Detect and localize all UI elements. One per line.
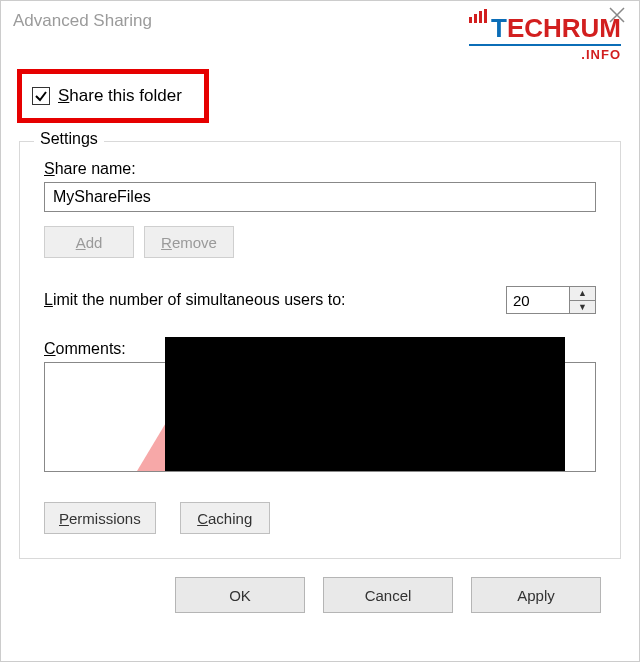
comments-textarea[interactable] bbox=[44, 362, 596, 472]
limit-users-label: Limit the number of simultaneous users t… bbox=[44, 291, 345, 309]
spin-up-icon[interactable]: ▲ bbox=[570, 287, 595, 300]
add-button: Add bbox=[44, 226, 134, 258]
limit-users-stepper[interactable]: ▲ ▼ bbox=[506, 286, 596, 314]
advanced-sharing-dialog: Advanced Sharing TECHRUM .INFO Share thi… bbox=[0, 0, 640, 662]
spin-down-icon[interactable]: ▼ bbox=[570, 300, 595, 314]
settings-group: Settings Share name: Add Remove Limit th… bbox=[19, 141, 621, 559]
window-title: Advanced Sharing bbox=[13, 11, 152, 31]
titlebar: Advanced Sharing bbox=[1, 1, 639, 41]
ok-button[interactable]: OK bbox=[175, 577, 305, 613]
share-name-input[interactable] bbox=[44, 182, 596, 212]
close-icon[interactable] bbox=[605, 5, 629, 29]
limit-users-input[interactable] bbox=[507, 287, 569, 313]
redacted-overlay bbox=[165, 337, 565, 471]
red-triangle-overlay bbox=[137, 421, 167, 471]
settings-legend: Settings bbox=[34, 130, 104, 148]
permissions-button[interactable]: Permissions bbox=[44, 502, 156, 534]
share-name-label: Share name: bbox=[44, 160, 596, 178]
share-folder-label: Share this folder bbox=[58, 86, 182, 106]
share-folder-highlight: Share this folder bbox=[17, 69, 209, 123]
remove-button: Remove bbox=[144, 226, 234, 258]
apply-button[interactable]: Apply bbox=[471, 577, 601, 613]
cancel-button[interactable]: Cancel bbox=[323, 577, 453, 613]
caching-button[interactable]: Caching bbox=[180, 502, 270, 534]
share-folder-checkbox[interactable] bbox=[32, 87, 50, 105]
